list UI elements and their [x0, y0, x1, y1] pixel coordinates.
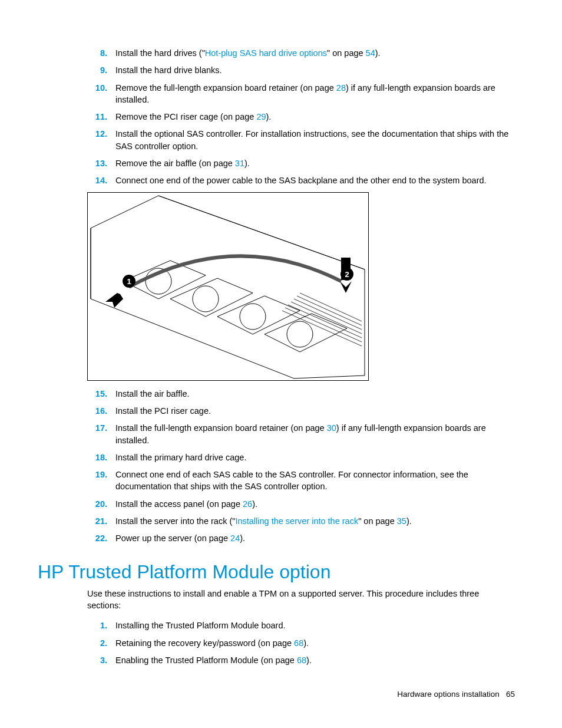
step-number: 17. — [87, 422, 115, 434]
step-number: 18. — [87, 452, 115, 463]
step-number: 3. — [87, 654, 115, 666]
page-link[interactable]: 68 — [294, 638, 303, 648]
step-text: Connect one end of each SAS cable to the… — [115, 469, 515, 493]
step-text: Install the optional SAS controller. For… — [115, 128, 515, 152]
step-text: Retaining the recovery key/password (on … — [115, 637, 515, 649]
footer-page: 65 — [506, 690, 515, 699]
page-link[interactable]: 35 — [397, 516, 406, 526]
step-text: Install the hard drive blanks. — [115, 64, 515, 76]
intro-paragraph: Use these instructions to install and en… — [87, 588, 515, 612]
list-item: 13. Remove the air baffle (on page 31). — [87, 157, 515, 169]
step-text: Remove the full-length expansion board r… — [115, 82, 515, 106]
step-number: 15. — [87, 388, 115, 400]
step-number: 8. — [87, 47, 115, 59]
list-item: 16. Install the PCI riser cage. — [87, 405, 515, 417]
page-link[interactable]: 29 — [256, 112, 266, 121]
link[interactable]: Hot-plug SAS hard drive options — [205, 48, 327, 58]
list-item: 9. Install the hard drive blanks. — [87, 64, 515, 76]
step-number: 20. — [87, 498, 115, 510]
step-text: Remove the PCI riser cage (on page 29). — [115, 111, 515, 123]
step-number: 9. — [87, 64, 115, 76]
page-link[interactable]: 54 — [366, 48, 375, 58]
step-text: Install the PCI riser cage. — [115, 405, 515, 417]
step-text: Install the full-length expansion board … — [115, 422, 515, 446]
top-steps-list: 8. Install the hard drives ("Hot-plug SA… — [87, 47, 515, 187]
step-number: 10. — [87, 82, 115, 94]
bottom-steps-list: 15. Install the air baffle. 16. Install … — [87, 388, 515, 545]
list-item: 20. Install the access panel (on page 26… — [87, 498, 515, 510]
page-link[interactable]: 68 — [297, 655, 306, 665]
step-number: 13. — [87, 157, 115, 169]
list-item: 15. Install the air baffle. — [87, 388, 515, 400]
page-footer: Hardware options installation 65 — [397, 690, 515, 699]
step-number: 14. — [87, 174, 115, 186]
callout-1: 1 — [127, 277, 131, 286]
list-item: 14. Connect one end of the power cable t… — [87, 174, 515, 186]
step-number: 19. — [87, 469, 115, 480]
step-text: Connect one end of the power cable to th… — [115, 174, 515, 186]
page-link[interactable]: 24 — [230, 533, 240, 543]
list-item: 19. Connect one end of each SAS cable to… — [87, 469, 515, 493]
list-item: 17. Install the full-length expansion bo… — [87, 422, 515, 446]
list-item: 10. Remove the full-length expansion boa… — [87, 82, 515, 106]
list-item: 1. Installing the Trusted Platform Modul… — [87, 620, 515, 631]
step-text: Install the hard drives ("Hot-plug SAS h… — [115, 47, 515, 59]
list-item: 11. Remove the PCI riser cage (on page 2… — [87, 111, 515, 123]
callout-2: 2 — [345, 270, 349, 279]
step-number: 22. — [87, 532, 115, 544]
step-number: 12. — [87, 128, 115, 140]
step-text: Install the air baffle. — [115, 388, 515, 400]
page-link[interactable]: 26 — [243, 499, 252, 509]
list-item: 8. Install the hard drives ("Hot-plug SA… — [87, 47, 515, 59]
step-text: Install the access panel (on page 26). — [115, 498, 515, 510]
list-item: 22. Power up the server (on page 24). — [87, 532, 515, 544]
link[interactable]: Installing the server into the rack — [235, 516, 358, 526]
step-number: 1. — [87, 620, 115, 631]
step-text: Power up the server (on page 24). — [115, 532, 515, 544]
step-text: Install the primary hard drive cage. — [115, 452, 515, 463]
section-heading: HP Trusted Platform Module option — [38, 561, 515, 583]
step-number: 16. — [87, 405, 115, 417]
list-item: 3. Enabling the Trusted Platform Module … — [87, 654, 515, 666]
footer-section: Hardware options installation — [397, 690, 499, 699]
list-item: 18. Install the primary hard drive cage. — [87, 452, 515, 463]
tpm-steps-list: 1. Installing the Trusted Platform Modul… — [87, 620, 515, 666]
step-text: Remove the air baffle (on page 31). — [115, 157, 515, 169]
page-link[interactable]: 28 — [336, 83, 346, 93]
list-item: 2. Retaining the recovery key/password (… — [87, 637, 515, 649]
step-text: Install the server into the rack ("Insta… — [115, 515, 515, 527]
step-text: Enabling the Trusted Platform Module (on… — [115, 654, 515, 666]
step-text: Installing the Trusted Platform Module b… — [115, 620, 515, 631]
step-number: 11. — [87, 111, 115, 123]
step-number: 21. — [87, 515, 115, 527]
step-number: 2. — [87, 637, 115, 649]
list-item: 12. Install the optional SAS controller.… — [87, 128, 515, 152]
list-item: 21. Install the server into the rack ("I… — [87, 515, 515, 527]
diagram-figure: 1 2 — [87, 192, 369, 381]
page-link[interactable]: 30 — [327, 423, 336, 433]
page-link[interactable]: 31 — [235, 159, 244, 168]
